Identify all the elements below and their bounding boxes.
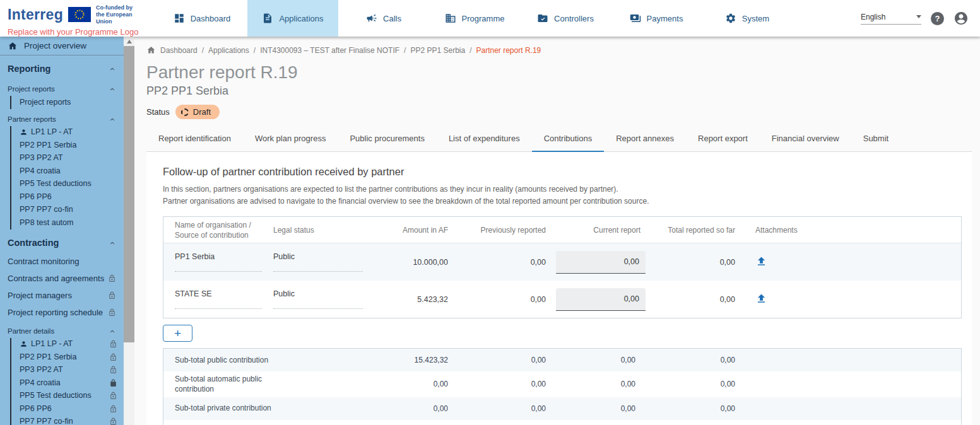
sidebar-item-project-managers[interactable]: Project managers bbox=[0, 287, 124, 304]
organisation-name: STATE SE bbox=[175, 289, 262, 309]
tab-submit[interactable]: Submit bbox=[851, 127, 900, 151]
sidebar-item-partner-detail-pp2[interactable]: PP2 PP1 Serbia bbox=[11, 351, 124, 364]
tab-report-annexes[interactable]: Report annexes bbox=[604, 127, 686, 151]
current-report-input[interactable] bbox=[556, 251, 646, 274]
sidebar-item-partner-detail-pp6[interactable]: PP6 PP6 bbox=[11, 402, 124, 416]
subtotal-amount-af: 0,00 bbox=[365, 380, 451, 388]
legal-status-value: Public bbox=[273, 252, 363, 272]
tab-financial-overview[interactable]: Financial overview bbox=[760, 127, 851, 151]
home-icon bbox=[8, 41, 18, 51]
scrollbar-thumb[interactable] bbox=[124, 46, 134, 342]
subtotal-previously-reported: 0,00 bbox=[451, 380, 548, 388]
sidebar-subsection-partner-reports[interactable]: Partner reports bbox=[0, 109, 124, 126]
lock-filled-icon bbox=[109, 379, 117, 387]
tab-report-identification[interactable]: Report identification bbox=[146, 127, 243, 151]
megaphone-icon bbox=[366, 13, 377, 24]
subtotal-total-reported: 0,00 bbox=[643, 380, 738, 388]
report-tabs: Report identification Work plan progress… bbox=[146, 127, 972, 152]
interreg-logo: Interreg bbox=[8, 6, 63, 23]
sidebar-item-partner-report-pp3[interactable]: PP3 PP2 AT bbox=[11, 152, 124, 165]
previously-reported-value: 0,00 bbox=[451, 295, 548, 304]
nav-payments[interactable]: Payments bbox=[611, 0, 702, 37]
cofunded-label: Co-funded by the European Union bbox=[96, 4, 146, 25]
sidebar-section-reporting[interactable]: Reporting bbox=[0, 55, 124, 79]
sidebar-item-contract-monitoring[interactable]: Contract monitoring bbox=[0, 253, 124, 270]
upload-attachment-button[interactable] bbox=[755, 255, 767, 269]
sidebar-subsection-partner-details[interactable]: Partner details bbox=[0, 321, 124, 338]
subtotal-row: Sub-total automatic public contribution … bbox=[163, 371, 961, 397]
account-icon[interactable] bbox=[953, 11, 969, 26]
tab-report-export[interactable]: Report export bbox=[686, 127, 760, 151]
subtotal-previously-reported: 0,00 bbox=[451, 404, 548, 413]
sidebar-item-partner-detail-pp4[interactable]: PP4 croatia bbox=[11, 376, 124, 390]
tab-work-plan-progress[interactable]: Work plan progress bbox=[243, 127, 338, 151]
nav-label: Dashboard bbox=[191, 14, 231, 23]
sidebar-item-partner-report-pp6[interactable]: PP6 PP6 bbox=[11, 190, 124, 204]
upload-attachment-button[interactable] bbox=[755, 293, 767, 306]
building-icon bbox=[445, 13, 456, 24]
sidebar-item-partner-detail-lp1[interactable]: LP1 LP - AT bbox=[11, 338, 124, 351]
help-icon[interactable]: ? bbox=[931, 12, 944, 25]
logo-block: Interreg Co-funded by the European Union… bbox=[0, 0, 146, 37]
nav-label: Controllers bbox=[554, 14, 594, 23]
total-reported-value: 0,00 bbox=[643, 295, 738, 304]
add-contribution-button[interactable]: + bbox=[163, 325, 192, 342]
sidebar-item-project-reports[interactable]: Project reports bbox=[11, 96, 124, 109]
subtotal-label: Sub-total automatic public contribution bbox=[175, 374, 285, 394]
sidebar-subsection-project-reports[interactable]: Project reports bbox=[0, 79, 124, 96]
chevron-up-icon bbox=[109, 327, 116, 335]
subtotal-row: Sub-total public contribution 15.423,32 … bbox=[163, 349, 961, 371]
triangle-up-icon bbox=[127, 40, 132, 44]
main-content: Dashboard / Applications / INT4300093 – … bbox=[134, 37, 980, 425]
current-report-input[interactable] bbox=[556, 288, 646, 311]
chevron-down-icon bbox=[916, 15, 921, 18]
person-icon bbox=[20, 340, 28, 348]
lock-icon bbox=[109, 417, 117, 425]
contributions-card: Follow-up of partner contribution receiv… bbox=[146, 152, 972, 425]
subtotal-current-report: 0,00 bbox=[548, 356, 643, 364]
sidebar-item-partner-detail-pp5[interactable]: PP5 Test deductions bbox=[11, 390, 124, 403]
lock-icon bbox=[109, 340, 117, 348]
language-select[interactable]: English bbox=[861, 13, 921, 25]
sidebar-item-partner-detail-pp3[interactable]: PP3 PP2 AT bbox=[11, 364, 124, 377]
sidebar-section-contracting[interactable]: Contracting bbox=[0, 230, 124, 253]
nav-calls[interactable]: Calls bbox=[338, 0, 429, 37]
subtotal-total-reported: 0,00 bbox=[643, 404, 738, 413]
breadcrumb-partner[interactable]: PP2 PP1 Serbia bbox=[410, 46, 465, 55]
col-legal-status: Legal status bbox=[271, 223, 365, 237]
lock-icon bbox=[108, 308, 116, 317]
eu-flag-icon bbox=[68, 7, 91, 22]
sidebar-item-partner-report-pp5[interactable]: PP5 Test deductions bbox=[11, 178, 124, 191]
sidebar-item-partner-report-lp1[interactable]: LP1 LP - AT bbox=[11, 126, 124, 139]
nav-label: Payments bbox=[647, 14, 683, 23]
payments-icon bbox=[630, 13, 641, 24]
upload-icon bbox=[755, 293, 767, 305]
total-row: Total 15.423,32 0,00 0,00 0,00 bbox=[163, 420, 961, 425]
breadcrumb-project[interactable]: INT4300093 – TEST after Finalise NOTIF bbox=[260, 46, 399, 55]
language-value: English bbox=[861, 13, 885, 21]
sidebar-item-partner-report-pp4[interactable]: PP4 croatia bbox=[11, 165, 124, 178]
breadcrumb-applications[interactable]: Applications bbox=[208, 46, 249, 55]
sidebar-item-partner-detail-pp7[interactable]: PP7 PP7 co-fin bbox=[11, 416, 124, 425]
nav-controllers[interactable]: Controllers bbox=[520, 0, 611, 37]
applications-icon bbox=[262, 13, 273, 24]
nav-applications[interactable]: Applications bbox=[247, 0, 338, 37]
tab-public-procurements[interactable]: Public procurements bbox=[338, 127, 437, 151]
sidebar-item-partner-report-pp8[interactable]: PP8 test autom bbox=[11, 216, 124, 230]
sidebar-item-partner-report-pp2[interactable]: PP2 PP1 Serbia bbox=[11, 139, 124, 152]
lock-icon bbox=[108, 291, 116, 300]
lock-icon bbox=[109, 366, 117, 374]
sidebar-item-project-overview[interactable]: Project overview bbox=[0, 37, 124, 55]
scrollbar-up-button[interactable] bbox=[124, 37, 134, 46]
tab-contributions[interactable]: Contributions bbox=[532, 127, 605, 151]
status-row: Status Draft bbox=[146, 105, 980, 119]
sidebar-item-project-reporting-schedule[interactable]: Project reporting schedule bbox=[0, 304, 124, 321]
sidebar-item-partner-report-pp7[interactable]: PP7 PP7 co-fin bbox=[11, 204, 124, 217]
nav-programme[interactable]: Programme bbox=[429, 0, 520, 37]
sidebar-item-contracts-agreements[interactable]: Contracts and agreements bbox=[0, 270, 124, 287]
nav-system[interactable]: System bbox=[702, 0, 793, 37]
breadcrumb-dashboard[interactable]: Dashboard bbox=[160, 46, 198, 55]
breadcrumb-current: Partner report R.19 bbox=[476, 46, 541, 55]
tab-list-of-expenditures[interactable]: List of expenditures bbox=[437, 127, 532, 151]
nav-dashboard[interactable]: Dashboard bbox=[156, 0, 247, 37]
